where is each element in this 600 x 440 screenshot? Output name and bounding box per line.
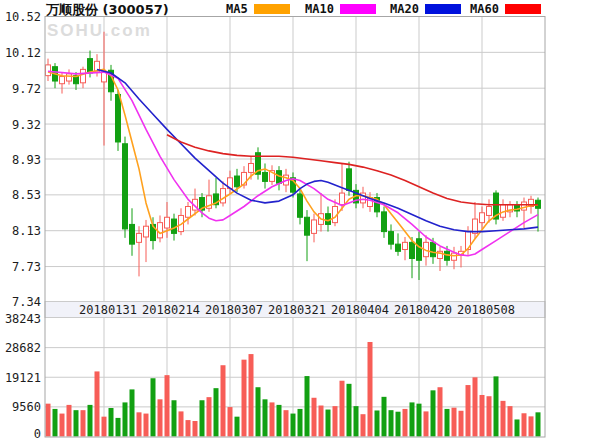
volume-bar bbox=[81, 410, 86, 436]
volume-bar bbox=[242, 360, 247, 437]
volume-bar bbox=[221, 365, 226, 436]
volume-bar bbox=[382, 397, 387, 437]
volume-bar bbox=[137, 412, 142, 436]
candle-body bbox=[249, 163, 254, 172]
date-axis-label: 20180307 bbox=[205, 303, 263, 317]
volume-bar bbox=[326, 410, 331, 437]
volume-bar bbox=[529, 416, 534, 436]
candle-body bbox=[312, 220, 317, 233]
volume-bar bbox=[445, 409, 450, 437]
volume-bar bbox=[193, 421, 198, 436]
volume-bar bbox=[515, 419, 520, 436]
volume-bar bbox=[144, 414, 149, 437]
volume-bar bbox=[494, 376, 499, 436]
date-axis-label: 20180404 bbox=[331, 303, 389, 317]
volume-bar bbox=[354, 406, 359, 436]
volume-bar bbox=[396, 412, 401, 437]
candle-body bbox=[235, 176, 240, 187]
volume-bar bbox=[60, 414, 65, 437]
volume-bar bbox=[109, 408, 114, 437]
candle-body bbox=[347, 169, 352, 191]
volume-bar bbox=[102, 417, 107, 437]
candle-body bbox=[298, 194, 303, 217]
candle-body bbox=[480, 213, 485, 223]
candle-body bbox=[130, 224, 135, 244]
stock-chart-window: 万顺股份 (300057) SOHU.com MA5 MA10 MA20 MA6… bbox=[0, 0, 600, 440]
volume-bar bbox=[67, 405, 72, 437]
volume-bar bbox=[312, 398, 317, 437]
candle-body bbox=[417, 239, 422, 261]
volume-bar bbox=[74, 410, 79, 436]
price-axis-label: 8.53 bbox=[12, 188, 41, 202]
volume-axis-label: 28682 bbox=[5, 341, 41, 355]
volume-bar bbox=[88, 405, 93, 437]
candle-body bbox=[137, 233, 142, 242]
candle-body bbox=[305, 217, 310, 235]
volume-bar bbox=[487, 396, 492, 436]
volume-bar bbox=[459, 411, 464, 437]
date-axis-label: 20180131 bbox=[79, 303, 137, 317]
price-axis-label: 7.73 bbox=[12, 260, 41, 274]
volume-bar bbox=[536, 412, 541, 436]
volume-bar bbox=[522, 413, 527, 436]
price-axis-label: 7.34 bbox=[12, 295, 41, 309]
price-axis-label: 10.12 bbox=[5, 46, 41, 60]
candlestick-volume-chart: 10.5210.129.729.328.938.538.137.737.3438… bbox=[0, 0, 600, 440]
volume-bar bbox=[431, 390, 436, 436]
volume-bar bbox=[389, 410, 394, 436]
volume-bar bbox=[270, 402, 275, 436]
volume-bar bbox=[375, 410, 380, 436]
volume-bar bbox=[361, 414, 366, 436]
price-axis-label: 8.13 bbox=[12, 224, 41, 238]
candle-body bbox=[382, 212, 387, 232]
volume-bar bbox=[403, 409, 408, 437]
candle-body bbox=[396, 244, 401, 251]
volume-bar bbox=[123, 402, 128, 436]
date-axis-label: 20180214 bbox=[142, 303, 200, 317]
candle-body bbox=[263, 172, 268, 181]
volume-bar bbox=[172, 400, 177, 436]
candle-body bbox=[116, 94, 121, 142]
date-axis-label: 20180508 bbox=[457, 303, 515, 317]
volume-bar bbox=[480, 395, 485, 437]
volume-bar bbox=[151, 378, 156, 436]
volume-bar bbox=[305, 376, 310, 436]
price-axis-label: 9.32 bbox=[12, 118, 41, 132]
volume-bar bbox=[158, 399, 163, 436]
volume-bar bbox=[179, 411, 184, 436]
volume-bar bbox=[235, 417, 240, 437]
volume-bar bbox=[46, 404, 51, 437]
volume-bar bbox=[130, 389, 135, 436]
candle-body bbox=[60, 77, 65, 84]
volume-bar bbox=[116, 418, 121, 437]
volume-bar bbox=[284, 410, 289, 436]
volume-bar bbox=[368, 342, 373, 437]
price-axis-label: 10.52 bbox=[5, 10, 41, 24]
volume-bar bbox=[214, 388, 219, 436]
volume-bar bbox=[319, 406, 324, 437]
volume-bar bbox=[340, 381, 345, 437]
candle-body bbox=[410, 242, 415, 258]
volume-bar bbox=[347, 384, 352, 437]
volume-bar bbox=[473, 377, 478, 436]
volume-bar bbox=[424, 411, 429, 436]
volume-bar bbox=[501, 401, 506, 437]
candle-body bbox=[186, 207, 191, 218]
volume-bar bbox=[452, 408, 457, 437]
candle-body bbox=[403, 242, 408, 249]
volume-bar bbox=[165, 375, 170, 436]
volume-bar bbox=[417, 404, 422, 437]
candle-body bbox=[158, 223, 163, 238]
candle-body bbox=[431, 242, 436, 256]
volume-bar bbox=[53, 409, 58, 437]
candle-body bbox=[123, 144, 128, 229]
volume-axis-label: 19121 bbox=[5, 371, 41, 385]
volume-axis-label: 9560 bbox=[12, 400, 41, 414]
volume-bar bbox=[228, 407, 233, 436]
volume-bar bbox=[95, 371, 100, 436]
candle-body bbox=[67, 74, 72, 81]
volume-bar bbox=[298, 409, 303, 437]
date-axis-label: 20180321 bbox=[268, 303, 326, 317]
volume-bar bbox=[256, 387, 261, 436]
volume-bar bbox=[200, 400, 205, 436]
